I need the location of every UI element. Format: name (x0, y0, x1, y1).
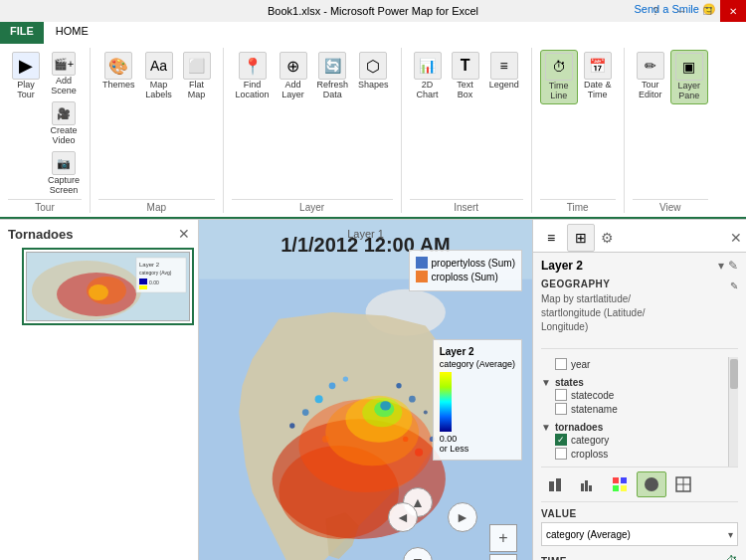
layer-group-label: Layer (232, 199, 393, 213)
checkbox-year[interactable] (555, 358, 567, 370)
panel-tab-fields[interactable]: ⊞ (567, 224, 595, 252)
svg-point-30 (403, 437, 408, 442)
viz-tab-stack-bar[interactable] (541, 471, 571, 497)
svg-point-43 (645, 477, 658, 491)
time-icon[interactable]: ⏱ (726, 554, 738, 560)
scenes-panel: Tornadoes ✕ 1 (0, 220, 199, 560)
svg-point-21 (315, 395, 323, 403)
tab-home[interactable]: HOME (44, 22, 100, 44)
geography-edit-icon[interactable]: ✎ (730, 280, 738, 291)
legend-button[interactable]: ≡ Legend (485, 50, 523, 93)
svg-text:Layer 2: Layer 2 (139, 262, 160, 268)
ribbon: FILE HOME ▶ PlayTour 🎬+ AddScene 🎥 Crea (0, 22, 746, 220)
map-area[interactable]: Layer 1 1/1/2012 12:00 AM (199, 220, 532, 560)
scenes-panel-close[interactable]: ✕ (178, 226, 190, 242)
text-box-button[interactable]: T TextBox (448, 50, 483, 102)
add-scene-button[interactable]: 🎬+ AddScene (46, 50, 82, 97)
nav-down-button[interactable]: ▼ (403, 547, 433, 560)
svg-rect-39 (613, 477, 619, 483)
layer-dropdown-button[interactable]: ▾ (718, 259, 724, 273)
time-label-row: TIME ⏱ (541, 554, 738, 560)
create-video-button[interactable]: 🎥 CreateVideo (46, 99, 82, 147)
refresh-data-button[interactable]: 🔄 RefreshData (313, 50, 353, 102)
help-button[interactable]: ? (643, 0, 668, 22)
map-legend: propertyloss (Sum) croploss (Sum) (409, 250, 522, 291)
play-tour-button[interactable]: ▶ PlayTour (8, 50, 44, 102)
shapes-button[interactable]: ⬡ Shapes (354, 50, 393, 93)
close-window-button[interactable]: ✕ (720, 0, 746, 22)
field-group-states: ▼ states statecode statename (541, 377, 738, 416)
tour-group-label: Tour (8, 199, 82, 213)
value-label: VALUE (541, 508, 738, 519)
legend-color-propertyloss (416, 257, 428, 269)
checkbox-statename[interactable] (555, 403, 567, 415)
window-controls: ? ─ ❐ ✕ (643, 0, 746, 22)
heatmap-gradient-row (440, 372, 515, 432)
viz-tab-bubble[interactable] (637, 471, 666, 497)
viz-tab-region[interactable] (668, 471, 698, 497)
capture-screen-button[interactable]: 📷 CaptureScreen (46, 149, 82, 197)
tornadoes-group-header[interactable]: ▼ tornadoes (541, 422, 738, 433)
tornadoes-chevron: ▼ (541, 422, 551, 433)
checkbox-croploss[interactable] (555, 448, 567, 460)
tour-buttons: ▶ PlayTour 🎬+ AddScene 🎥 CreateVideo 📷 C… (8, 48, 82, 197)
svg-rect-34 (549, 481, 554, 491)
svg-point-24 (302, 409, 309, 416)
svg-rect-42 (621, 485, 627, 491)
date-time-button[interactable]: 📅 Date &Time (580, 50, 616, 102)
svg-point-4 (89, 284, 108, 300)
map-labels-button[interactable]: Aa MapLabels (141, 50, 177, 102)
time-group-label: Time (540, 199, 616, 213)
scrollbar-thumb (730, 359, 738, 389)
ribbon-group-map: 🎨 Themes Aa MapLabels ⬜ FlatMap Map (91, 48, 224, 213)
value-dropdown-text: category (Average) (546, 529, 631, 540)
fields-scrollbar[interactable] (728, 357, 738, 467)
zoom-out-button[interactable]: − (489, 554, 517, 560)
heatmap-legend-title: Layer 2 (440, 346, 515, 357)
find-location-button[interactable]: 📍 FindLocation (232, 50, 274, 102)
checkbox-category[interactable]: ✓ (555, 434, 567, 446)
time-line-button[interactable]: ⏱ TimeLine (540, 50, 578, 104)
svg-point-20 (380, 401, 391, 410)
ribbon-group-tour: ▶ PlayTour 🎬+ AddScene 🎥 CreateVideo 📷 C… (0, 48, 91, 213)
minimize-button[interactable]: ─ (668, 0, 694, 22)
checkbox-statecode[interactable] (555, 389, 567, 401)
svg-point-29 (322, 436, 329, 443)
geography-header: GEOGRAPHY ✎ (541, 279, 738, 292)
svg-point-26 (409, 396, 416, 403)
layer-edit-button[interactable]: ✎ (728, 259, 738, 273)
layer-buttons: 📍 FindLocation ⊕ AddLayer 🔄 RefreshData … (232, 48, 393, 197)
tab-file[interactable]: FILE (0, 22, 44, 44)
tour-editor-button[interactable]: ✏ TourEditor (633, 50, 668, 102)
field-item-statename: statename (541, 402, 738, 416)
scene-item-1[interactable]: 1 Layer 2 category (A (4, 248, 194, 325)
viz-tab-heat-map[interactable] (605, 471, 635, 497)
themes-button[interactable]: 🎨 Themes (98, 50, 139, 93)
scene-thumbnail[interactable]: Layer 2 category (Avg) 0.00 (22, 248, 194, 325)
svg-rect-35 (556, 478, 561, 491)
ribbon-group-insert: 📊 2DChart T TextBox ≡ Legend Insert (402, 48, 532, 213)
field-label-year: year (571, 359, 590, 370)
viz-tab-cluster-bar[interactable] (573, 471, 603, 497)
legend-item-croploss: croploss (Sum) (416, 271, 515, 282)
nav-left-button[interactable]: ◄ (388, 502, 418, 532)
svg-rect-41 (613, 485, 619, 491)
nav-right-button[interactable]: ► (448, 502, 477, 532)
layer-pane-button[interactable]: ▣ LayerPane (670, 50, 708, 104)
value-dropdown[interactable]: category (Average) ▾ (541, 522, 738, 546)
add-layer-button[interactable]: ⊕ AddLayer (276, 50, 311, 102)
panel-tab-layers[interactable]: ≡ (537, 224, 565, 252)
field-label-category: category (571, 435, 609, 446)
svg-rect-8 (139, 279, 147, 284)
panel-settings-button[interactable]: ⚙ (601, 230, 614, 246)
flat-map-button[interactable]: ⬜ FlatMap (179, 50, 215, 102)
2d-chart-button[interactable]: 📊 2DChart (410, 50, 446, 102)
svg-text:0.00: 0.00 (149, 280, 159, 285)
zoom-in-button[interactable]: + (489, 524, 517, 552)
layer-actions: ▾ ✎ (718, 259, 738, 273)
insert-buttons: 📊 2DChart T TextBox ≡ Legend (410, 48, 523, 197)
restore-button[interactable]: ❐ (694, 0, 720, 22)
states-group-header[interactable]: ▼ states (541, 377, 738, 388)
panel-close-button[interactable]: ✕ (730, 230, 742, 246)
geography-section: GEOGRAPHY ✎ Map by startlatitude/startlo… (541, 279, 738, 349)
